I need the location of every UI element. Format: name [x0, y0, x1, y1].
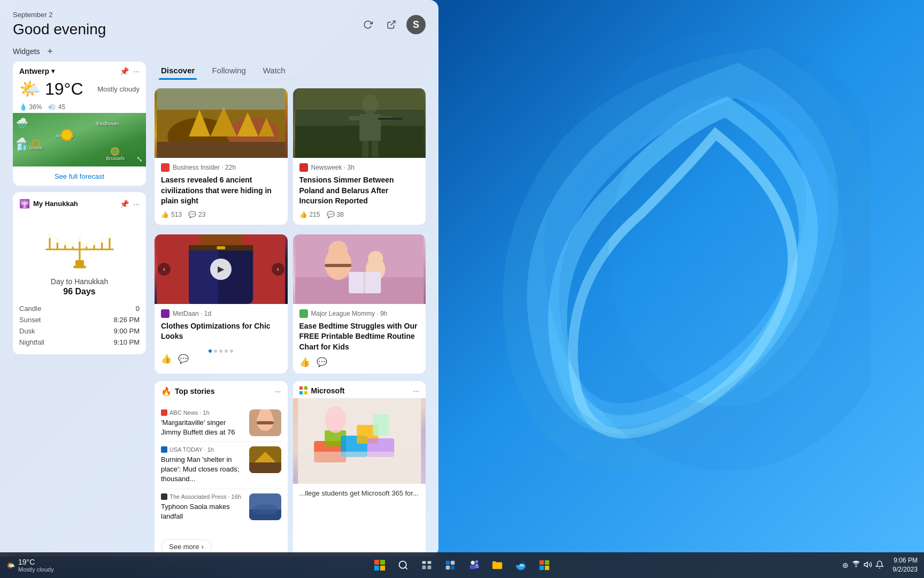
sunset-value: 8:26 PM	[114, 316, 140, 324]
widgets-bar: Widgets +	[0, 43, 438, 62]
dot-3[interactable]	[219, 349, 222, 353]
weather-pin-icon[interactable]: 📌	[120, 67, 129, 75]
clock-date: 9/2/2023	[892, 565, 918, 574]
svg-rect-55	[325, 264, 351, 267]
refresh-button[interactable]	[359, 16, 376, 33]
story-image-2	[249, 446, 281, 473]
start-button[interactable]	[369, 554, 390, 576]
video-like-icon[interactable]: 👍	[161, 354, 172, 364]
svg-point-52	[328, 241, 348, 260]
ms-sq-yellow	[304, 391, 307, 394]
news-card-archaeology[interactable]: Business Insider · 22h Lasers revealed 6…	[155, 88, 288, 225]
top-stories-more-icon[interactable]: ···	[275, 387, 281, 396]
video-play-button[interactable]: ▶	[210, 258, 232, 280]
story-item-2[interactable]: USA TODAY · 1h Burning Man 'shelter in p…	[161, 442, 281, 489]
map-expand-icon[interactable]: ⤡	[136, 155, 143, 163]
svg-rect-31	[157, 88, 285, 110]
news-card-bedtime[interactable]: Major League Mommy · 9h Ease Bedtime Str…	[293, 234, 426, 374]
widgets-panel-button[interactable]	[440, 554, 461, 576]
video-card-clothes[interactable]: ▶ ‹ › MetDaan · 1d Clothes Optimizations…	[155, 234, 288, 374]
hanukkah-actions: 📌 ···	[120, 200, 140, 208]
weather-map[interactable]: Eindhoven Antwerp Ghent Brussels 🌧️ 🌧️ 🌬…	[13, 113, 146, 166]
store-button[interactable]	[534, 554, 555, 576]
sunset-label: Sunset	[19, 316, 41, 324]
weather-location-button[interactable]: Antwerp ▾	[19, 67, 55, 75]
taskbar-center	[369, 554, 555, 576]
story-source-2: USA TODAY · 1h	[161, 446, 244, 453]
svg-point-91	[471, 561, 475, 565]
dot-2[interactable]	[214, 349, 217, 353]
tab-following[interactable]: Following	[210, 62, 248, 79]
svg-rect-20	[93, 241, 95, 245]
video-actions: 👍 💬	[161, 354, 281, 364]
video-prev-button[interactable]: ‹	[158, 263, 171, 276]
tab-discover[interactable]: Discover	[159, 62, 197, 79]
story-source-1: ABC News · 1h	[161, 409, 244, 416]
widgets-label: Widgets	[13, 47, 40, 56]
ap-logo	[161, 493, 167, 500]
open-external-button[interactable]	[383, 16, 400, 33]
see-more-button[interactable]: See more ›	[161, 539, 212, 554]
svg-rect-39	[372, 141, 378, 157]
hanukkah-row-dusk: Dusk 9:00 PM	[19, 325, 140, 337]
video-next-button[interactable]: ›	[272, 263, 284, 276]
edge-icon	[515, 559, 527, 571]
tab-watch[interactable]: Watch	[261, 62, 288, 79]
svg-rect-92	[470, 565, 476, 569]
microsoft-image	[293, 398, 426, 484]
dusk-value: 9:00 PM	[114, 327, 140, 335]
edge-browser-button[interactable]	[510, 554, 532, 576]
map-weather-icon-1: 🌧️	[16, 117, 28, 129]
bluetooth-icon[interactable]: ⊛	[842, 561, 849, 569]
dot-4[interactable]	[225, 349, 228, 353]
video-comment-icon[interactable]: 💬	[178, 354, 189, 364]
user-avatar[interactable]: S	[406, 15, 426, 34]
story-item-3[interactable]: The Associated Press · 16h Typhoon Saola…	[161, 489, 281, 526]
military-image	[293, 88, 426, 158]
refresh-icon	[363, 20, 373, 29]
story-img-svg-1	[249, 409, 281, 436]
news-card-military[interactable]: Newsweek · 3h Tensions Simmer Between Po…	[293, 88, 426, 225]
microsoft-card[interactable]: Microsoft ···	[293, 381, 426, 554]
bedtime-comment-icon[interactable]: 💬	[317, 357, 327, 367]
hanukkah-more-icon[interactable]: ···	[133, 200, 140, 208]
svg-rect-5	[45, 248, 114, 250]
dot-1[interactable]	[209, 349, 212, 353]
ms-sq-green	[304, 386, 307, 390]
dot-5[interactable]	[230, 349, 233, 353]
search-button[interactable]	[392, 554, 414, 576]
weather-details: 💧 36% 💨 45	[13, 103, 146, 113]
ms-more-icon[interactable]: ···	[413, 386, 419, 395]
story-item-1[interactable]: ABC News · 1h 'Margaritaville' singer Ji…	[161, 405, 281, 442]
svg-rect-7	[56, 242, 58, 249]
right-column: Discover Following Watch	[155, 62, 426, 554]
svg-rect-4	[79, 241, 80, 262]
see-full-forecast-button[interactable]: See full forecast	[13, 166, 146, 186]
volume-icon[interactable]	[864, 560, 872, 571]
svg-rect-57	[364, 272, 365, 293]
source-row-1: Business Insider · 22h	[161, 163, 281, 172]
teams-button[interactable]	[463, 554, 484, 576]
svg-rect-88	[451, 561, 455, 565]
bedtime-like-icon[interactable]: 👍	[299, 357, 310, 367]
weather-more-icon[interactable]: ···	[133, 67, 140, 75]
svg-rect-94	[540, 560, 544, 565]
comment-icon-1: 💬	[188, 211, 196, 218]
svg-rect-40	[378, 118, 402, 120]
system-clock[interactable]: 9:06 PM 9/2/2023	[892, 556, 918, 574]
notification-icon[interactable]	[875, 560, 884, 571]
candle-label: Candle	[19, 305, 41, 313]
svg-rect-80	[380, 566, 385, 571]
taskbar-weather[interactable]: 🌤️ 19°C Mostly cloudy	[6, 558, 54, 573]
task-view-button[interactable]	[416, 554, 437, 576]
svg-point-81	[399, 561, 406, 568]
add-widget-button[interactable]: +	[44, 45, 56, 57]
hanukkah-pin-icon[interactable]: 📌	[120, 200, 129, 208]
hanukkah-title-row: 🕎 My Hanukkah	[19, 199, 78, 209]
network-icon[interactable]	[852, 560, 860, 571]
likes-2: 👍 215	[299, 211, 320, 218]
svg-point-98	[856, 566, 857, 567]
comments-2: 💬 38	[327, 211, 344, 218]
weather-main: 🌤️ 19°C Mostly cloudy	[13, 79, 146, 103]
file-explorer-button[interactable]	[487, 554, 508, 576]
